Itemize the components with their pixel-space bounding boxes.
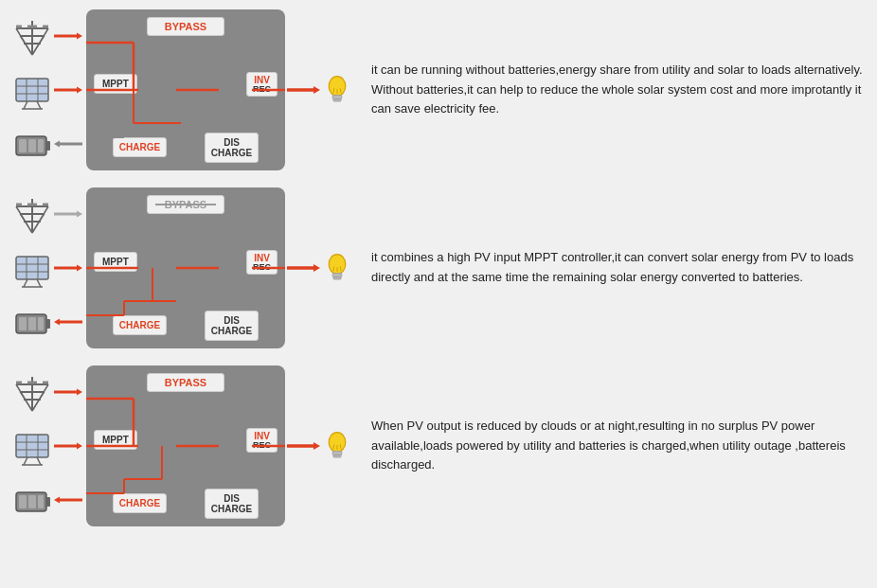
output-side-1 <box>287 75 352 105</box>
svg-marker-24 <box>54 33 82 40</box>
scenario-1-left: BYPASS MPPT INV REC CHARGE DISCHARGE <box>14 9 352 170</box>
svg-rect-123 <box>332 452 342 455</box>
charge-label-3: CHARGE <box>113 493 167 513</box>
scenario-3-row: BYPASS MPPT INV REC CHARGE DISCHARGE <box>14 365 863 526</box>
svg-marker-68 <box>54 264 82 271</box>
svg-line-60 <box>37 279 41 287</box>
discharge-label-2: DISCHARGE <box>205 311 259 341</box>
bottom-row-2: CHARGE DISCHARGE <box>94 311 277 341</box>
source-icons-2 <box>14 187 50 348</box>
page: BYPASS MPPT INV REC CHARGE DISCHARGE <box>0 0 877 553</box>
svg-marker-69 <box>54 318 82 325</box>
svg-line-49 <box>20 214 32 233</box>
inv-label-3: INV REC <box>246 428 277 454</box>
svg-rect-22 <box>28 139 36 152</box>
description-3: When PV output is reduced by clouds or a… <box>371 417 863 475</box>
svg-rect-106 <box>19 495 27 508</box>
svg-marker-67 <box>54 211 82 218</box>
utility-arrow-1 <box>54 29 82 43</box>
source-icons-1 <box>14 9 50 170</box>
svg-rect-108 <box>38 495 44 508</box>
diagram-box-1: BYPASS MPPT INV REC CHARGE DISCHARGE <box>86 9 285 170</box>
utility-arrow-2 <box>54 207 82 221</box>
source-icons-3 <box>14 365 50 526</box>
middle-row-3: MPPT INV REC <box>94 428 277 454</box>
bypass-label-2: BYPASS <box>147 195 224 214</box>
svg-line-91 <box>20 392 32 411</box>
mppt-label-2: MPPT <box>94 252 137 272</box>
discharge-label-3: DISCHARGE <box>205 489 259 519</box>
inv-label-2: INV REC <box>246 250 277 276</box>
description-2: it combines a high PV input MPPT control… <box>371 248 863 288</box>
svg-marker-110 <box>54 442 82 449</box>
svg-rect-38 <box>332 96 342 99</box>
svg-line-7 <box>32 36 45 55</box>
svg-line-102 <box>37 457 41 465</box>
inv-label-1: INV REC <box>246 72 277 98</box>
svg-rect-21 <box>19 139 27 152</box>
arrows-col-1 <box>54 9 82 170</box>
diagram-box-3: BYPASS MPPT INV REC CHARGE DISCHARGE <box>86 365 285 526</box>
middle-row-2: MPPT INV REC <box>94 250 277 276</box>
svg-line-92 <box>32 392 45 411</box>
svg-marker-25 <box>54 86 82 93</box>
bulb-icon-3 <box>322 431 352 461</box>
charge-label-1: CHARGE <box>113 137 167 157</box>
scenario-1-row: BYPASS MPPT INV REC CHARGE DISCHARGE <box>14 9 863 170</box>
bypass-label-3: BYPASS <box>147 373 224 392</box>
discharge-label-1: DISCHARGE <box>205 133 259 163</box>
battery-arrow-1 <box>54 137 82 151</box>
mppt-label-3: MPPT <box>94 430 137 450</box>
tower-icon-1 <box>14 19 50 57</box>
solar-icon-2 <box>14 255 50 289</box>
output-side-2 <box>287 253 352 283</box>
svg-line-59 <box>24 279 27 287</box>
svg-rect-80 <box>332 274 342 277</box>
svg-rect-107 <box>28 495 36 508</box>
svg-line-6 <box>20 36 32 55</box>
scenario-2-row: BYPASS MPPT INV REC CHARGE DISCHARGE <box>14 187 863 348</box>
arrows-col-3 <box>54 365 82 526</box>
utility-arrow-3 <box>54 385 82 399</box>
svg-line-50 <box>32 214 45 233</box>
battery-icon-3 <box>14 487 50 517</box>
svg-rect-81 <box>333 277 341 279</box>
arrows-col-2 <box>54 187 82 348</box>
svg-marker-78 <box>287 264 320 272</box>
scenario-2-left: BYPASS MPPT INV REC CHARGE DISCHARGE <box>14 187 352 348</box>
svg-line-16 <box>24 101 27 109</box>
bypass-row-2: BYPASS <box>94 195 277 214</box>
solar-arrow-1 <box>54 83 82 97</box>
battery-arrow-3 <box>54 493 82 507</box>
battery-arrow-2 <box>54 315 82 329</box>
tower-icon-3 <box>14 375 50 413</box>
bottom-row-1: CHARGE DISCHARGE <box>94 133 277 163</box>
solar-arrow-2 <box>54 261 82 275</box>
svg-rect-23 <box>38 139 44 152</box>
solar-arrow-3 <box>54 439 82 453</box>
middle-row-1: MPPT INV REC <box>94 72 277 98</box>
diagram-box-2: BYPASS MPPT INV REC CHARGE DISCHARGE <box>86 187 285 348</box>
svg-rect-11 <box>16 79 48 101</box>
charge-label-2: CHARGE <box>113 315 167 335</box>
tower-icon-2 <box>14 197 50 235</box>
svg-rect-20 <box>46 141 50 151</box>
svg-marker-36 <box>287 86 320 94</box>
mppt-label-1: MPPT <box>94 74 137 94</box>
description-1: it can be running without batteries,ener… <box>371 61 863 119</box>
svg-marker-111 <box>54 496 82 503</box>
solar-icon-1 <box>14 77 50 111</box>
solar-icon-3 <box>14 433 50 467</box>
svg-rect-124 <box>333 455 341 457</box>
svg-rect-63 <box>46 319 50 329</box>
bottom-row-3: CHARGE DISCHARGE <box>94 489 277 519</box>
svg-rect-65 <box>28 317 36 330</box>
bulb-icon-2 <box>322 253 352 283</box>
bypass-row-1: BYPASS <box>94 17 277 36</box>
battery-icon-2 <box>14 309 50 339</box>
svg-marker-121 <box>287 442 320 450</box>
svg-rect-96 <box>16 435 48 457</box>
svg-rect-105 <box>46 497 50 507</box>
svg-rect-54 <box>16 257 48 279</box>
svg-line-17 <box>37 101 41 109</box>
